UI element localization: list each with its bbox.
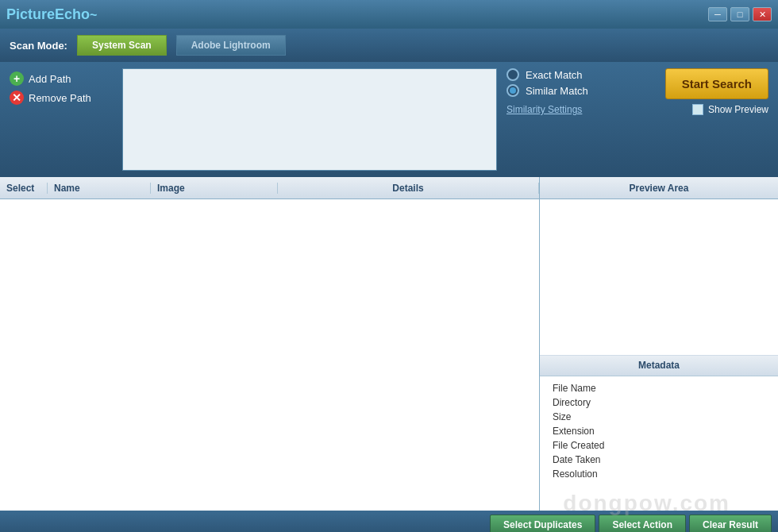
- similar-match-label: Similar Match: [526, 85, 588, 97]
- metadata-header: Metadata: [540, 356, 778, 376]
- select-action-button[interactable]: Select Action: [599, 515, 686, 532]
- metadata-field: Extension: [553, 426, 765, 437]
- toolbar: Scan Mode: System Scan Adobe Lightroom: [0, 29, 778, 62]
- exact-match-row[interactable]: Exact Match: [506, 68, 653, 81]
- adobe-lightroom-button[interactable]: Adobe Lightroom: [176, 35, 286, 56]
- action-bar: Select Duplicates Select Action Clear Re…: [0, 511, 778, 532]
- th-image: Image: [151, 183, 278, 194]
- show-preview-checkbox[interactable]: [692, 104, 703, 115]
- close-button[interactable]: ✕: [753, 7, 772, 21]
- metadata-section: Metadata File NameDirectorySizeExtension…: [540, 355, 778, 511]
- exact-match-radio[interactable]: [506, 68, 519, 81]
- add-path-label: Add Path: [29, 73, 71, 85]
- table-area: Select Name Image Details: [0, 177, 540, 511]
- exact-match-label: Exact Match: [526, 69, 583, 81]
- select-duplicates-button[interactable]: Select Duplicates: [490, 515, 595, 532]
- show-preview-label: Show Preview: [708, 104, 768, 115]
- metadata-field: Date Taken: [553, 454, 765, 465]
- logo-wave: ~: [90, 8, 97, 21]
- similar-match-row[interactable]: Similar Match: [506, 84, 653, 97]
- remove-icon: ✕: [10, 91, 24, 105]
- metadata-field: File Name: [553, 383, 765, 394]
- th-name: Name: [48, 183, 151, 194]
- table-body: [0, 199, 539, 511]
- match-options: Exact Match Similar Match Similarity Set…: [506, 68, 653, 115]
- start-search-button[interactable]: Start Search: [665, 68, 768, 99]
- window-controls[interactable]: ─ □ ✕: [708, 7, 772, 21]
- maximize-button[interactable]: □: [730, 7, 749, 21]
- main-area: + Add Path ✕ Remove Path Exact Match Sim…: [0, 62, 778, 177]
- metadata-field: Resolution: [553, 468, 765, 480]
- metadata-fields: File NameDirectorySizeExtensionFile Crea…: [540, 376, 778, 486]
- clear-result-button[interactable]: Clear Result: [689, 515, 772, 532]
- remove-path-button[interactable]: ✕ Remove Path: [10, 91, 113, 105]
- metadata-field: Size: [553, 411, 765, 422]
- th-select: Select: [0, 183, 48, 194]
- similar-match-radio[interactable]: [506, 84, 519, 97]
- path-controls: + Add Path ✕ Remove Path: [10, 68, 113, 171]
- add-icon: +: [10, 71, 24, 86]
- similarity-settings-link[interactable]: Similarity Settings: [506, 104, 582, 115]
- logo-area: PictureEcho~: [6, 6, 97, 23]
- logo-text: PictureEcho~: [6, 6, 97, 23]
- logo-echo: Echo: [55, 6, 90, 22]
- preview-area-label: Preview Area: [630, 183, 689, 194]
- title-bar: PictureEcho~ ─ □ ✕: [0, 0, 778, 29]
- path-list-area[interactable]: [122, 68, 497, 171]
- right-controls: Exact Match Similar Match Similarity Set…: [506, 68, 768, 171]
- preview-area: Preview Area Metadata File NameDirectory…: [540, 177, 778, 511]
- remove-path-label: Remove Path: [29, 92, 91, 104]
- metadata-field: File Created: [553, 440, 765, 451]
- preview-header: Preview Area: [540, 177, 778, 199]
- th-details: Details: [278, 183, 539, 194]
- scan-mode-label: Scan Mode:: [10, 40, 67, 52]
- add-path-button[interactable]: + Add Path: [10, 71, 113, 86]
- results-area: Select Name Image Details Preview Area M…: [0, 177, 778, 511]
- table-header: Select Name Image Details: [0, 177, 539, 199]
- radio-selected-dot: [510, 87, 516, 94]
- show-preview-row: Show Preview: [692, 104, 768, 115]
- right-top: Exact Match Similar Match Similarity Set…: [506, 68, 768, 115]
- metadata-label: Metadata: [638, 360, 680, 371]
- metadata-field: Directory: [553, 397, 765, 408]
- preview-image-area: [540, 199, 778, 355]
- system-scan-button[interactable]: System Scan: [77, 35, 167, 56]
- logo-picture: Picture: [6, 6, 55, 22]
- minimize-button[interactable]: ─: [708, 7, 727, 21]
